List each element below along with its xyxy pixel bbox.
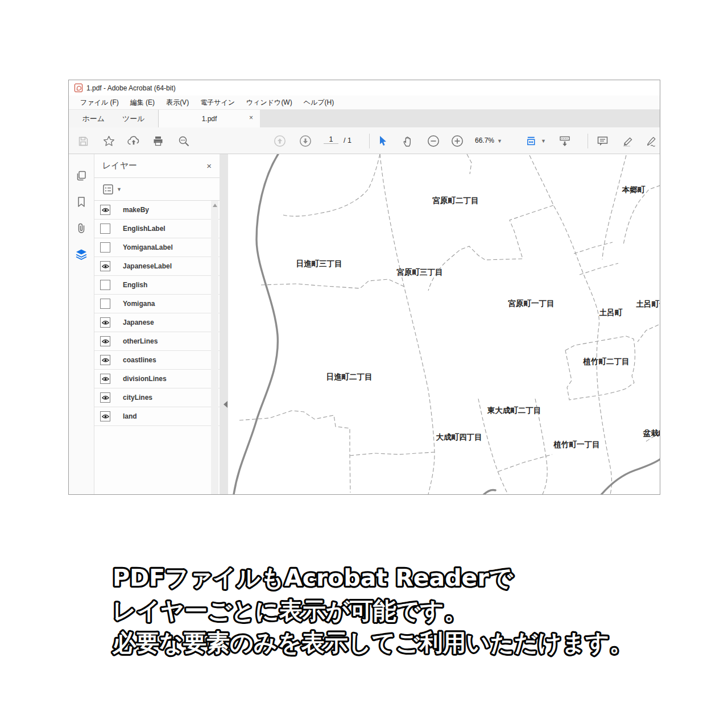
map-area-label: 植竹町二丁目 xyxy=(583,357,630,366)
menu-item[interactable]: 編集 (E) xyxy=(125,98,160,107)
tab-tools[interactable]: ツール xyxy=(122,114,145,124)
map-area-label: 植竹町一丁目 xyxy=(553,440,600,449)
tab-close-icon[interactable]: × xyxy=(249,114,253,122)
layer-visibility-checkbox[interactable] xyxy=(100,224,110,234)
bookmark-icon xyxy=(76,196,86,208)
menu-item[interactable]: ファイル (F) xyxy=(75,98,125,107)
chevron-down-icon: ▼ xyxy=(541,138,546,144)
acrobat-app-icon xyxy=(75,84,82,92)
bookmarks-button[interactable] xyxy=(75,195,88,209)
layer-label: Yomigana xyxy=(123,300,155,308)
page-up-button[interactable] xyxy=(273,134,287,148)
layer-label: YomiganaLabel xyxy=(123,243,173,251)
page-thumbnails-button[interactable] xyxy=(75,169,88,183)
layers-scrollbar[interactable] xyxy=(211,201,218,495)
layer-row: EnglishLabel xyxy=(94,220,220,238)
toolbar-separator xyxy=(588,134,588,148)
title-bar: 1.pdf - Adobe Acrobat (64-bit) xyxy=(69,80,660,96)
search-button[interactable] xyxy=(177,134,191,148)
layers-options-button[interactable]: ▼ xyxy=(102,184,122,195)
window-title: 1.pdf - Adobe Acrobat (64-bit) xyxy=(86,84,176,92)
map-area-label: 宮原町三丁目 xyxy=(397,268,443,276)
hand-tool-button[interactable] xyxy=(402,134,415,148)
page-down-button[interactable] xyxy=(299,134,312,148)
options-list-icon xyxy=(102,184,114,195)
save-button[interactable] xyxy=(76,134,90,148)
map-area-label: 大成町四丁目 xyxy=(436,433,482,441)
layer-label: Japanese xyxy=(123,318,154,326)
layer-row: divisionLines xyxy=(94,370,220,388)
layer-visibility-eye-icon[interactable] xyxy=(100,317,110,328)
tab-document-label: 1.pdf xyxy=(202,115,217,123)
zoom-in-button[interactable] xyxy=(450,134,464,148)
menu-item[interactable]: ヘルプ(H) xyxy=(298,98,340,107)
zoom-in-icon xyxy=(451,135,464,147)
map-area-label: 土呂町 xyxy=(599,308,623,317)
highlight-button[interactable] xyxy=(621,134,634,148)
map-area-label: 宮原町一丁目 xyxy=(508,299,555,308)
zoom-level-dropdown[interactable]: 66.7%▼ xyxy=(475,136,502,144)
fit-width-icon xyxy=(527,135,538,147)
layer-visibility-eye-icon[interactable] xyxy=(100,336,110,346)
pages-icon xyxy=(76,170,87,181)
menu-item[interactable]: ウィンドウ(W) xyxy=(241,98,298,107)
comment-button[interactable] xyxy=(595,134,609,148)
save-icon xyxy=(78,136,89,147)
caption-line-2: レイヤーごとに表示が可能です。 xyxy=(113,597,468,624)
layer-row: Yomigana xyxy=(94,295,220,313)
menu-item[interactable]: 電子サイン xyxy=(195,98,241,107)
layer-visibility-eye-icon[interactable] xyxy=(100,411,110,421)
layer-label: land xyxy=(123,412,137,420)
layer-row: YomiganaLabel xyxy=(94,238,220,257)
scroll-up-icon xyxy=(213,204,217,207)
panel-gutter xyxy=(220,154,228,495)
zoom-level-value: 66.7% xyxy=(475,136,494,144)
layer-visibility-eye-icon[interactable] xyxy=(100,261,110,271)
layer-label: makeBy xyxy=(123,206,149,214)
highlight-icon xyxy=(622,135,634,147)
toolbar-separator xyxy=(369,134,370,148)
layer-visibility-eye-icon[interactable] xyxy=(100,355,110,365)
tab-home[interactable]: ホーム xyxy=(82,114,105,124)
select-tool-button[interactable] xyxy=(376,134,390,148)
document-pane[interactable]: 宮原町二丁目本郷町日進町三丁目宮原町三丁目宮原町一丁目土呂町土呂町一丁目植竹町二… xyxy=(228,154,660,495)
page-number-input[interactable] xyxy=(324,135,338,144)
tab-group-home-tools: ホーム ツール xyxy=(69,110,159,127)
caption-line-3: 必要な要素のみを表示してご利用いただけます。 xyxy=(112,629,633,656)
layers-panel: レイヤー × ▼ makeByEnglishLabelYomiganaLabel… xyxy=(94,154,220,495)
layer-visibility-eye-icon[interactable] xyxy=(100,374,110,384)
map-labels: 宮原町二丁目本郷町日進町三丁目宮原町三丁目宮原町一丁目土呂町土呂町一丁目植竹町二… xyxy=(296,185,660,449)
hand-icon xyxy=(403,135,414,147)
paperclip-icon xyxy=(76,222,87,234)
scroll-tool-button[interactable] xyxy=(558,134,572,148)
attachments-button[interactable] xyxy=(75,221,88,235)
panel-collapse-icon[interactable] xyxy=(224,401,228,408)
zoom-out-button[interactable] xyxy=(427,134,440,148)
cloud-upload-icon xyxy=(127,135,140,147)
print-button[interactable] xyxy=(151,134,165,148)
acrobat-window: 1.pdf - Adobe Acrobat (64-bit) ファイル (F)編… xyxy=(68,80,660,495)
menu-item[interactable]: 表示(V) xyxy=(160,98,195,107)
layer-visibility-checkbox[interactable] xyxy=(100,280,110,290)
caption-line-1: PDFファイルもAcrobat Readerで xyxy=(113,564,514,592)
star-button[interactable] xyxy=(102,134,115,148)
sign-icon xyxy=(646,135,660,147)
layer-visibility-eye-icon[interactable] xyxy=(100,392,110,403)
fit-width-button[interactable]: ▼ xyxy=(527,134,546,148)
layer-row: JapaneseLabel xyxy=(94,257,220,276)
layers-panel-close-icon[interactable]: × xyxy=(206,161,212,171)
layer-label: EnglishLabel xyxy=(123,225,166,233)
layer-row: land xyxy=(94,407,220,426)
main-area: レイヤー × ▼ makeByEnglishLabelYomiganaLabel… xyxy=(69,154,660,495)
zoom-out-icon xyxy=(427,135,440,147)
tab-document[interactable]: 1.pdf × xyxy=(159,110,260,127)
layers-button[interactable] xyxy=(75,247,88,261)
map-page: 宮原町二丁目本郷町日進町三丁目宮原町三丁目宮原町一丁目土呂町土呂町一丁目植竹町二… xyxy=(228,154,660,495)
layer-visibility-checkbox[interactable] xyxy=(100,242,110,253)
sign-button[interactable] xyxy=(646,134,660,148)
share-button[interactable] xyxy=(127,134,140,148)
tab-bar: ホーム ツール 1.pdf × xyxy=(69,110,660,127)
map-area-label: 本郷町 xyxy=(622,185,646,194)
layer-visibility-eye-icon[interactable] xyxy=(100,205,110,215)
layer-visibility-checkbox[interactable] xyxy=(100,299,110,309)
